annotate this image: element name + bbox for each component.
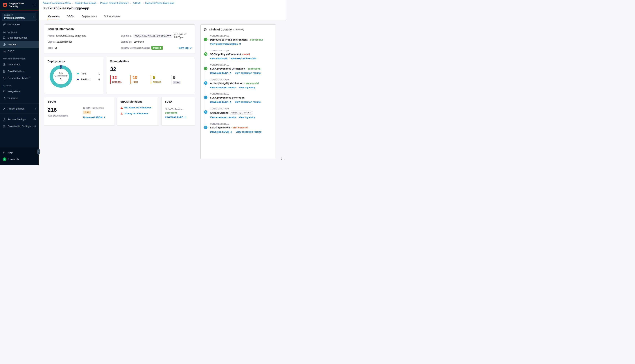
nav-item-label: Code Repositories [8, 36, 27, 39]
download-slsa-link[interactable]: Download SLSA [210, 72, 232, 74]
nav-item-pipelines[interactable]: Pipelines [0, 95, 39, 102]
view-execution-results-link[interactable]: View execution results [235, 100, 261, 103]
nav-item-help[interactable]: Help [0, 149, 39, 156]
event-title: SBOM policy enforcement [210, 53, 241, 56]
vulnerabilities-card: Vulnerabilities 32 12 CRITICAL 10 HIGH 5 [107, 57, 195, 94]
severity-label: CRITICAL [112, 81, 122, 83]
view-log-link[interactable]: View log [179, 46, 192, 49]
view-execution-results-link[interactable]: View execution results [231, 57, 256, 60]
nav-item-integrations[interactable]: Integrations [0, 88, 39, 95]
chevron-left-icon: ‹ [38, 151, 39, 153]
nav-item-remediation-tracker[interactable]: Remediation Tracker [0, 75, 39, 82]
chain-of-custody-icon [204, 28, 207, 31]
tags-value: v5 [55, 46, 58, 49]
project-selector[interactable]: PROJECT Product Exploratory › [2, 13, 36, 21]
deployments-donut-chart: Total Deployments 1 [50, 65, 72, 88]
nav-item-compliance[interactable]: Compliance [0, 61, 39, 68]
overview-column: General Information Name: lavakush07/eas… [44, 24, 195, 165]
nav-item-get-started[interactable]: Get Started [0, 21, 39, 28]
severity-label: MEDIUM [153, 81, 162, 83]
policy-enforcement-event-icon [204, 52, 207, 56]
nav-item-cicd[interactable]: CI/CD [0, 48, 39, 55]
coc-event: 01/16/2025 03:27pm SBOM policy enforceme… [204, 50, 273, 60]
breadcrumb-item-current[interactable]: lavakush07/easy-buggy-app [145, 2, 174, 4]
warning-icon [120, 112, 123, 115]
content-area: General Information Name: lavakush07/eas… [39, 20, 286, 165]
nav-item-label: Help [8, 151, 13, 154]
coc-event: 01/16/2025 03:26pm Artifact SigningSigne… [204, 108, 273, 119]
sidebar-divider [0, 103, 39, 104]
sbom-card: SBOM 216 Total Dependencies SBOM Quality… [44, 97, 114, 126]
info-icon[interactable] [34, 125, 36, 127]
slsa-card: SLSA SLSA Verification Successful Downlo… [161, 97, 195, 126]
download-slsa-link[interactable]: Download SLSA [165, 116, 186, 118]
nav-item-account-settings[interactable]: Account Settings [0, 116, 39, 123]
nav-item-label: Compliance [8, 63, 20, 66]
card-title: SBOM [48, 100, 111, 103]
view-deployment-details-link[interactable]: View deployment details [210, 42, 241, 45]
sbom-violations-card: SBOM Violations 637 Allow list Violation… [117, 97, 159, 126]
rocket-icon [3, 23, 6, 26]
view-violations-link[interactable]: View violations [210, 57, 227, 60]
project-selector-name: Product Exploratory [4, 16, 34, 19]
user-menu[interactable]: L Lavakush [0, 156, 39, 162]
view-execution-results-link[interactable]: View execution results [210, 86, 236, 89]
nav-item-artifacts[interactable]: Artifacts [0, 41, 39, 48]
app-logo [3, 2, 7, 8]
download-icon [103, 116, 106, 118]
app-switcher-icon[interactable] [33, 4, 36, 6]
repository-icon [3, 36, 6, 39]
download-slsa-link[interactable]: Download SLSA [210, 100, 232, 103]
severity-medium: 5 MEDIUM [151, 75, 162, 84]
tags-label: Tags: [48, 46, 53, 49]
severity-count: 5 [173, 75, 182, 80]
dependency-count-label: Total Dependencies [48, 114, 75, 117]
download-sbom-link[interactable]: Download SBOM [210, 130, 233, 133]
pipeline-icon [3, 97, 6, 100]
event-status: - successful [249, 38, 263, 41]
event-title: Artifact Integrity Verification [210, 82, 243, 84]
avatar: L [3, 158, 7, 161]
view-log-entry-link[interactable]: View log entry [239, 116, 255, 119]
deny-list-violations-link[interactable]: 2 Deny list Violations [124, 112, 148, 115]
digest-label: Digest: [48, 40, 55, 43]
nav-item-organization-settings[interactable]: Organization Settings [0, 123, 39, 130]
name-value: lavakush07/easy-buggy-app [56, 34, 86, 37]
tab-overview[interactable]: Overview [48, 13, 60, 20]
chevron-right-icon: › [143, 2, 143, 4]
view-execution-results-link[interactable]: View execution results [210, 116, 236, 119]
event-title: SLSA provenance generation [210, 96, 245, 99]
tab-vulnerabilities[interactable]: Vulnerabilities [104, 13, 121, 20]
external-link-icon [189, 47, 192, 49]
nav-item-rule-definitions[interactable]: Rule Definitions [0, 68, 39, 75]
card-title: General Information [48, 27, 192, 30]
chain-of-custody-card: Chain of Custody (7 events) 01/16/2025 0… [200, 24, 276, 159]
sidebar-collapse-handle[interactable]: ‹ [37, 149, 40, 154]
breadcrumb-item-project[interactable]: Project: Product Exploratory [100, 2, 129, 4]
donut-legend: Prod 1 Pre Prod 0 [77, 72, 100, 81]
coc-event: 01/16/2025 03:25pm SBOM generated- drift… [204, 123, 273, 133]
nav-item-project-settings[interactable]: Project Settings › [0, 105, 39, 112]
view-log-entry-link[interactable]: View log entry [239, 86, 255, 89]
chat-help-icon[interactable] [281, 156, 285, 160]
download-sbom-link[interactable]: Download SBOM [83, 116, 106, 119]
nav-item-label: Organization Settings [8, 125, 31, 128]
nav-item-code-repositories[interactable]: Code Repositories [0, 34, 39, 41]
coc-event: 01/16/2025 03:26pm Artifact Integrity Ve… [204, 78, 273, 89]
allow-list-violations-link[interactable]: 637 Allow list Violations [124, 106, 151, 109]
sbom-generated-event-icon [204, 126, 207, 129]
breadcrumb-item-organization[interactable]: Organization: default [75, 2, 96, 4]
view-execution-results-link[interactable]: View execution results [236, 130, 262, 133]
tab-sbom[interactable]: SBOM [67, 13, 75, 20]
page-header: Account: Automation-SSCA › Organization:… [39, 0, 286, 13]
tab-deployments[interactable]: Deployments [82, 13, 97, 20]
breadcrumb-item-account[interactable]: Account: Automation-SSCA [43, 2, 71, 4]
event-time: 01/16/2025 03:27pm [210, 64, 273, 66]
view-execution-results-link[interactable]: View execution results [235, 72, 261, 74]
legend-value: 1 [98, 72, 100, 75]
legend-item-prod[interactable]: Prod 1 [77, 72, 100, 75]
info-icon[interactable] [34, 118, 36, 120]
legend-item-preprod[interactable]: Pre Prod 0 [77, 78, 100, 81]
breadcrumb-item-artifacts[interactable]: Artifacts [133, 2, 141, 4]
severity-label: LOW [173, 81, 180, 84]
